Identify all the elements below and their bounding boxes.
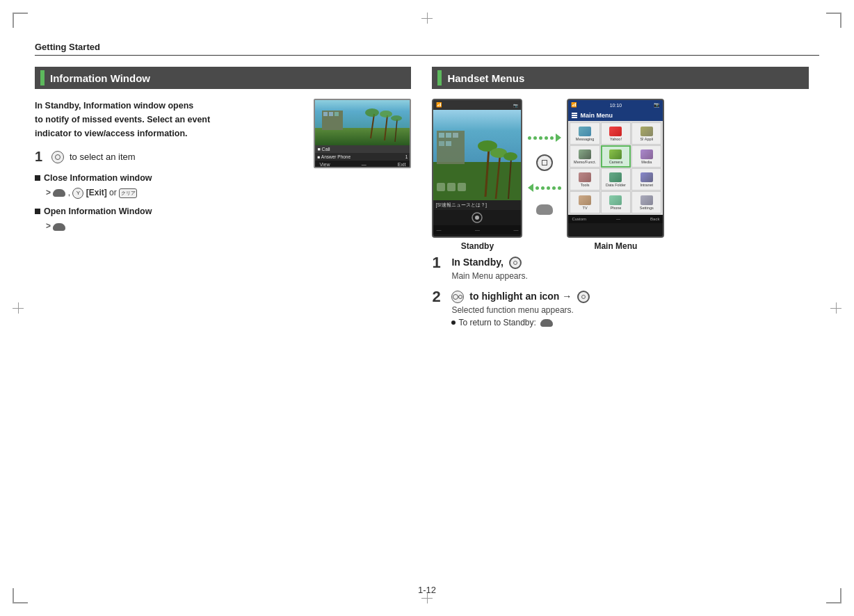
yahoo-icon bbox=[609, 127, 622, 136]
hs-step-1: 1 In Standby, Main Menu appears. bbox=[432, 255, 808, 282]
open-info-section: Open Information Window > bbox=[35, 206, 411, 233]
softkey-back: Back bbox=[650, 217, 659, 221]
close-info-section: Close Information window > , Y [Exit] or… bbox=[35, 173, 411, 200]
svg-point-25 bbox=[503, 152, 517, 161]
hs-step-1-num: 1 bbox=[432, 255, 444, 270]
svg-rect-3 bbox=[323, 112, 328, 116]
menu-cell-datafolder: Data Folder bbox=[601, 168, 631, 191]
close-info-title: Close Information window bbox=[35, 173, 411, 183]
info-window-heading: Information Window bbox=[35, 67, 411, 89]
bullet-sq-1 bbox=[35, 175, 40, 181]
center-button-icon bbox=[536, 154, 553, 171]
settings-icon bbox=[640, 195, 653, 205]
svg-rect-16 bbox=[446, 133, 451, 138]
svg-rect-5 bbox=[335, 112, 339, 116]
step-1-number: 1 bbox=[35, 149, 46, 165]
datafolder-icon bbox=[609, 172, 622, 182]
info-window-screenshot: ■ Call ■ Answer Phone1 View—Exit bbox=[314, 99, 411, 168]
svg-rect-18 bbox=[439, 141, 444, 146]
svg-point-11 bbox=[391, 115, 402, 121]
y-key-icon: Y bbox=[72, 188, 83, 199]
svg-rect-28 bbox=[458, 183, 466, 191]
corner-bracket-br bbox=[826, 588, 841, 603]
screenshot-softkey-bar: View—Exit bbox=[315, 161, 410, 168]
center-btn-icon-step2 bbox=[577, 291, 590, 303]
phone-icon bbox=[609, 195, 622, 205]
menu-hamburger-icon bbox=[572, 113, 577, 118]
tv-icon bbox=[579, 195, 591, 205]
main-menu-label: Main Menu bbox=[594, 241, 637, 251]
hs-step-2-content: to highlight an icon → Selected function… bbox=[451, 289, 590, 329]
standby-nav-svg bbox=[463, 211, 491, 224]
main-menu-title-bar: Main Menu bbox=[568, 110, 663, 121]
standby-nav-area bbox=[433, 210, 521, 225]
page-number: 1-12 bbox=[418, 585, 436, 595]
handset-menus-heading: Handset Menus bbox=[432, 67, 808, 89]
menu-cell-phone: Phone bbox=[601, 191, 631, 213]
step-1-row: 1 to select an item bbox=[35, 149, 307, 165]
svg-rect-15 bbox=[439, 133, 444, 138]
arrow-right bbox=[528, 133, 561, 142]
svg-rect-19 bbox=[446, 141, 451, 146]
tools-icon bbox=[579, 172, 591, 182]
info-window-title: Information Window bbox=[50, 72, 150, 84]
end-call-icon-step2 bbox=[540, 319, 553, 327]
standby-status-bar: 📶 📷 bbox=[433, 100, 521, 110]
hs-step-2-sub: Selected function menu appears. bbox=[451, 304, 590, 316]
center-btn-icon-step1 bbox=[509, 257, 522, 269]
messaging-icon bbox=[579, 127, 591, 136]
menu-cell-slappli: S! Appli bbox=[631, 122, 661, 145]
screenshot-scene bbox=[315, 100, 410, 145]
media-icon bbox=[640, 149, 653, 159]
standby-label: Standby bbox=[461, 241, 494, 251]
corner-bracket-tl bbox=[13, 13, 28, 28]
standby-scene-svg bbox=[433, 110, 522, 200]
screen-arrows bbox=[528, 133, 561, 215]
end-call-icon-1 bbox=[53, 189, 65, 197]
hs-step-2-bullet: To return to Standby: bbox=[451, 316, 590, 329]
main-menu-softkey: Custom — Back bbox=[568, 215, 663, 223]
green-bar-icon bbox=[40, 70, 45, 86]
menu-cell-media: Media bbox=[631, 145, 661, 168]
end-call-icon-2 bbox=[53, 223, 65, 231]
menu-cell-intranet: Intranet bbox=[631, 168, 661, 191]
green-bar-icon-2 bbox=[437, 70, 442, 86]
menu-cell-tools: Tools bbox=[570, 168, 599, 191]
main-menu-status-bar: 📶 10:10 📷 bbox=[568, 100, 663, 110]
svg-rect-26 bbox=[437, 183, 445, 191]
arrow-left bbox=[528, 184, 561, 192]
nav-icon-step2 bbox=[451, 291, 464, 303]
right-column: Handset Menus 📶 📷 02/25(Th)10:10 bbox=[432, 67, 808, 336]
svg-rect-27 bbox=[447, 183, 456, 191]
hs-step-1-sub: Main Menu appears. bbox=[451, 270, 527, 282]
menu-cell-yahoo: Yahoo! bbox=[601, 122, 631, 145]
menu-cell-messaging: Messaging bbox=[570, 122, 599, 145]
close-info-detail: > , Y [Exit] or クリア bbox=[35, 186, 411, 200]
corner-bracket-tr bbox=[826, 13, 841, 28]
cross-left bbox=[13, 302, 24, 314]
standby-screen: 📶 📷 02/25(Th)10:10 bbox=[432, 99, 522, 238]
svg-rect-4 bbox=[329, 112, 333, 116]
cross-top bbox=[421, 13, 433, 24]
slappli-icon bbox=[640, 127, 653, 136]
svg-rect-17 bbox=[453, 133, 458, 138]
page-title: Getting Started bbox=[35, 42, 819, 52]
hs-step-1-content: In Standby, Main Menu appears. bbox=[451, 255, 527, 282]
svg-point-7 bbox=[365, 108, 379, 117]
main-menu-screen: 📶 10:10 📷 Main Menu bbox=[567, 99, 664, 238]
softkey-custom: Custom bbox=[572, 217, 586, 221]
standby-news-bar: [S!速報ニュースとは？] bbox=[433, 200, 521, 210]
standby-softkey: ——— bbox=[433, 225, 521, 234]
main-menu-title-text: Main Menu bbox=[580, 112, 613, 119]
open-info-title: Open Information Window bbox=[35, 206, 411, 216]
screenshot-call-bar: ■ Call bbox=[315, 145, 410, 153]
hs-step-2: 2 to highlight an icon → Selected functi… bbox=[432, 289, 808, 329]
menu-cell-settings: Settings bbox=[631, 191, 661, 213]
menu-cell-camera: Camera bbox=[601, 145, 631, 168]
end-call-icon-arrow bbox=[536, 204, 553, 215]
bullet-sq-2 bbox=[35, 209, 40, 214]
step-1-text: to select an item bbox=[70, 152, 136, 162]
corner-bracket-bl bbox=[13, 588, 28, 603]
menu-cell-tv: TV bbox=[570, 191, 599, 213]
left-column: Information Window bbox=[35, 67, 411, 336]
